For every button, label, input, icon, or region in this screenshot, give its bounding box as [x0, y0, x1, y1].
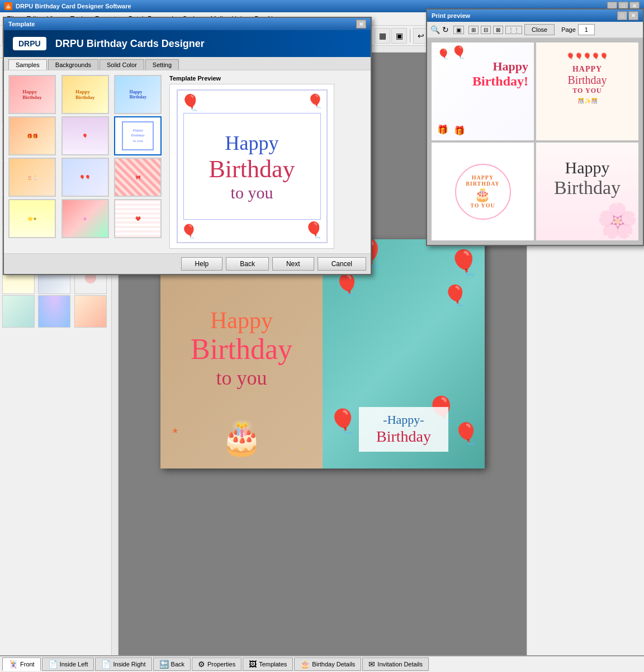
print-search-icon[interactable]: 🔍 — [430, 25, 440, 34]
print-toolbar: 🔍 ↻ ▣ ⊞ ⊟ ⊠ ⋮⋮ Close Page — [427, 22, 643, 38]
toolbar-qr[interactable]: ▣ — [391, 28, 407, 44]
status-tab-back[interactable]: 🔙 Back — [153, 657, 191, 671]
template-7[interactable]: 🎂🕯️ — [8, 158, 56, 197]
preview-balloon-tl: 🎈 — [181, 93, 200, 112]
p1-gift: 🎁 — [437, 124, 448, 135]
card-text: Happy Birthday to you — [191, 307, 292, 391]
toolbar-barcode[interactable]: ▦ — [375, 28, 390, 44]
inside-left-label: Inside Left — [60, 661, 88, 668]
inside-left-icon: 📄 — [48, 660, 58, 669]
p4-birthday: Birthday — [541, 177, 634, 198]
to-you-text: to you — [191, 366, 292, 392]
back-label: Back — [171, 661, 184, 668]
status-tab-inside-right[interactable]: 📄 Inside Right — [95, 657, 151, 671]
star-deco-4: ✦ — [301, 446, 306, 452]
front-label: Front — [20, 661, 35, 668]
print-preview-title-text: Print preview — [432, 12, 470, 19]
back-button[interactable]: Back — [226, 257, 269, 271]
bg-thumb-24[interactable] — [74, 295, 107, 328]
preview-card: 🎈 🎈 🎈 🎈 Happy Birthday to you — [177, 89, 328, 243]
balloon-5: 🎈 — [443, 284, 468, 307]
cancel-button[interactable]: Cancel — [318, 257, 366, 271]
status-tab-front[interactable]: 🃏 Front — [2, 657, 41, 671]
dialog-tab-setting[interactable]: Setting — [145, 59, 179, 70]
print-card-1: 🎈 🎈 🎁 🎁 Happy Birthday! — [432, 42, 534, 140]
p4-flower: 🌸 — [596, 201, 638, 240]
balloon-7: 🎈 — [453, 422, 479, 446]
preview-text: Happy Birthday to you — [209, 131, 295, 202]
print-card-2: 🎈🎈🎈🎈🎈 HAPPY Birthday TO YOU 🎊✨🎊 — [536, 42, 638, 140]
p1-text: Happy Birthday! — [472, 59, 528, 89]
template-6[interactable]: HappyBirthdayto you — [114, 116, 162, 155]
print-view-2[interactable]: ⊞ — [468, 26, 479, 34]
p1-balloon-2: 🎈 — [451, 45, 466, 60]
preview-happy: Happy — [209, 131, 295, 154]
p1-gift2: 🎁 — [454, 125, 465, 136]
template-4[interactable]: 🎁🎁 — [8, 116, 56, 155]
p3-cake: 🎂 — [466, 187, 500, 202]
templates-label: Templates — [259, 661, 287, 668]
print-refresh-icon[interactable]: ↻ — [442, 25, 449, 34]
app-window: 🎂 DRPU Birthday Card Designer Software _… — [0, 0, 644, 672]
status-tab-templates[interactable]: 🖼 Templates — [243, 657, 293, 671]
print-close[interactable]: ✕ — [628, 11, 638, 20]
bg-thumb-22[interactable] — [2, 295, 35, 328]
properties-icon: ⚙ — [198, 660, 205, 669]
balloon-4: 🎈 — [334, 273, 360, 297]
status-tab-birthday[interactable]: 🎂 Birthday Details — [294, 657, 361, 671]
template-preview-col: Template Preview 🎈 🎈 🎈 🎈 Happy — [169, 75, 366, 249]
p3-circle: HAPPY BIRTHDAY 🎂 TO YOU — [455, 164, 511, 220]
template-5[interactable]: 🎈 — [61, 116, 109, 155]
print-view-3[interactable]: ⊟ — [481, 26, 491, 34]
preview-balloon-tr: 🎈 — [307, 93, 324, 109]
sep5 — [410, 29, 410, 42]
front-icon: 🃏 — [8, 660, 18, 669]
next-button[interactable]: Next — [272, 257, 314, 271]
dialog-close-btn[interactable]: ✕ — [356, 20, 366, 29]
dialog-tab-solid[interactable]: Solid Color — [100, 59, 144, 70]
template-1[interactable]: HappyBirthday — [8, 75, 56, 114]
print-view-1[interactable]: ▣ — [453, 26, 464, 34]
print-title-controls: □ ✕ — [617, 11, 638, 20]
template-grid: HappyBirthday HappyBirthday HappyBirthda… — [8, 75, 165, 238]
page-number-input[interactable] — [578, 24, 595, 35]
help-button[interactable]: Help — [181, 257, 223, 271]
preview-birthday: Birthday — [209, 154, 295, 183]
dialog-header-title: DRPU Birthday Cards Designer — [55, 38, 205, 50]
template-10[interactable]: 🌟★ — [8, 199, 56, 238]
p2-confetti: 🎊✨🎊 — [541, 98, 634, 104]
status-tab-properties[interactable]: ⚙ Properties — [192, 657, 242, 671]
bg-thumb-23[interactable] — [38, 295, 70, 328]
template-grid-column: HappyBirthday HappyBirthday HappyBirthda… — [8, 75, 165, 249]
p2-balloons: 🎈🎈🎈🎈🎈 — [541, 47, 634, 60]
status-tab-invitation[interactable]: ✉ Invitation Details — [362, 657, 429, 671]
dialog-header: DRPU DRPU Birthday Cards Designer — [4, 30, 371, 57]
invitation-label: Invitation Details — [377, 661, 423, 668]
print-maximize[interactable]: □ — [617, 11, 627, 20]
template-12[interactable]: ❤️ — [114, 199, 162, 238]
print-view-5[interactable]: ⋮⋮ — [505, 26, 522, 34]
template-8[interactable]: 🎈🎈 — [61, 158, 109, 197]
template-9[interactable]: 🎀 — [114, 158, 162, 197]
p4-happy: Happy — [541, 158, 634, 177]
star-deco-3: ★ — [172, 426, 179, 435]
template-2[interactable]: HappyBirthday — [61, 75, 109, 114]
dialog-tab-backgrounds[interactable]: Backgrounds — [48, 59, 98, 70]
p4-text: Happy Birthday — [541, 147, 634, 198]
preview-to-you: to you — [209, 183, 295, 202]
print-card-3: HAPPY BIRTHDAY 🎂 TO YOU — [432, 143, 534, 240]
template-3[interactable]: HappyBirthday — [114, 75, 162, 114]
print-card-4: 🌸 Happy Birthday — [536, 143, 638, 240]
balloon-6: 🎈 — [328, 408, 357, 435]
dialog-tab-samples[interactable]: Samples — [8, 59, 47, 70]
print-close-btn[interactable]: Close — [524, 24, 555, 35]
template-11[interactable]: 🌸 — [61, 199, 109, 238]
cake-emoji: 🎂 — [221, 418, 263, 457]
print-view-4[interactable]: ⊠ — [493, 26, 503, 34]
balloon-3: 🎈 — [448, 250, 479, 275]
status-tab-inside-left[interactable]: 📄 Inside Left — [42, 657, 94, 671]
preview-box: 🎈 🎈 🎈 🎈 Happy Birthday to you — [169, 84, 334, 249]
drpu-logo: DRPU — [13, 37, 46, 50]
invitation-icon: ✉ — [368, 660, 375, 669]
properties-label: Properties — [207, 661, 235, 668]
